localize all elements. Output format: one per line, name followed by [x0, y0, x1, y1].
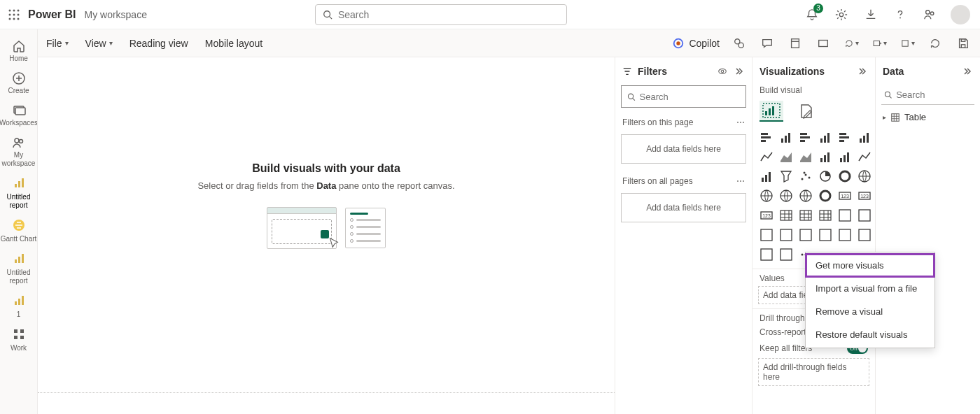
svg-point-81	[808, 177, 811, 179]
copilot-button[interactable]: Copilot	[672, 37, 720, 50]
viz-type-hundred-column[interactable]	[856, 129, 873, 145]
data-search[interactable]	[881, 85, 974, 105]
menu-get-more-visuals[interactable]: Get more visuals	[806, 254, 934, 277]
viz-type-donut[interactable]	[836, 168, 853, 185]
menu-view[interactable]: View▾	[85, 38, 113, 49]
data-table-item[interactable]: ▸ Table	[876, 109, 980, 125]
view-icon[interactable]	[815, 35, 832, 52]
viz-type-decomposition-tree[interactable]	[778, 227, 794, 243]
viz-type-multi-row-card[interactable]: 123	[856, 187, 873, 204]
viz-tab-format[interactable]	[794, 101, 818, 122]
settings-icon[interactable]	[833, 6, 850, 23]
viz-type-hundred-bar[interactable]	[836, 129, 853, 145]
global-search-input[interactable]	[338, 9, 559, 20]
filters-search[interactable]	[621, 85, 746, 108]
help-icon[interactable]	[892, 6, 909, 23]
viz-type-pie[interactable]	[817, 168, 834, 185]
menu-remove-visual[interactable]: Remove a visual	[806, 300, 934, 323]
bookmark-icon[interactable]	[787, 35, 804, 52]
more-icon[interactable]: ⋯	[736, 176, 745, 186]
menu-restore-visuals[interactable]: Restore default visuals	[806, 323, 934, 346]
expand-pane-icon[interactable]	[734, 66, 745, 77]
svg-line-113	[890, 97, 892, 99]
svg-point-112	[885, 92, 890, 97]
menu-mobile-layout[interactable]: Mobile layout	[205, 38, 263, 49]
viz-title: Visualizations	[760, 66, 825, 77]
export-dropdown[interactable]: ▾	[871, 35, 888, 52]
share-dropdown[interactable]: ▾	[899, 35, 916, 52]
drill-fields-well[interactable]: Add drill-through fields here	[758, 358, 869, 386]
viz-type-clustered-column[interactable]	[817, 129, 834, 145]
viz-type-line-clustered-column[interactable]	[836, 148, 853, 165]
viz-type-waterfall[interactable]	[758, 168, 775, 185]
reset-icon[interactable]	[927, 35, 944, 52]
account-manager-icon[interactable]	[921, 6, 938, 23]
viz-type-matrix[interactable]	[817, 207, 834, 224]
viz-type-map[interactable]	[758, 187, 775, 204]
viz-type-line[interactable]	[758, 148, 775, 165]
more-icon[interactable]: ⋯	[736, 117, 745, 127]
report-canvas[interactable]: Build visuals with your data Select or d…	[38, 57, 615, 414]
viz-type-stacked-bar[interactable]	[758, 129, 775, 145]
filters-page-well[interactable]: Add data fields here	[621, 134, 746, 164]
data-search-input[interactable]	[896, 90, 972, 100]
menu-import-visual[interactable]: Import a visual from a file	[806, 277, 934, 300]
viz-type-smart-narrative[interactable]	[817, 227, 834, 243]
rail-untitled-report-2[interactable]: Untitled report	[0, 248, 37, 290]
save-icon[interactable]	[955, 35, 972, 52]
viz-type-power-automate[interactable]	[758, 246, 775, 263]
viz-type-key-influencers[interactable]	[758, 227, 775, 243]
global-search[interactable]	[315, 4, 567, 25]
menu-file[interactable]: File▾	[46, 38, 69, 49]
viz-type-slicer[interactable]	[778, 207, 794, 224]
comment-icon[interactable]	[759, 35, 776, 52]
rail-create[interactable]: Create	[0, 67, 37, 99]
viz-type-stacked-area[interactable]	[797, 148, 814, 165]
viz-type-azure-map[interactable]	[797, 187, 814, 204]
viz-type-gauge[interactable]	[817, 187, 834, 204]
rail-gantt-chart[interactable]: Gantt Chart	[0, 214, 37, 248]
viz-type-qna[interactable]	[797, 227, 814, 243]
viz-type-stacked-column[interactable]	[778, 129, 794, 145]
notifications-icon[interactable]: 3	[804, 6, 820, 23]
rail-workspaces[interactable]: Workspaces	[0, 99, 37, 131]
explore-icon[interactable]	[731, 35, 748, 52]
rail-work[interactable]: Work	[0, 323, 37, 357]
svg-rect-105	[839, 229, 850, 241]
expand-pane-icon[interactable]	[857, 66, 868, 77]
viz-type-area[interactable]	[778, 148, 794, 165]
rail-untitled-report[interactable]: Untitled report	[0, 172, 37, 214]
filters-allpages-well[interactable]: Add data fields here	[621, 193, 746, 222]
viz-type-card[interactable]: 123	[836, 187, 853, 204]
menu-reading-view[interactable]: Reading view	[130, 38, 188, 49]
rail-home[interactable]: Home	[0, 35, 37, 67]
refresh-dropdown[interactable]: ▾	[843, 35, 860, 52]
viz-type-kpi[interactable]: 123	[758, 207, 775, 224]
workspace-name[interactable]: My workspace	[84, 9, 146, 20]
viz-type-line-stacked-column[interactable]	[817, 148, 834, 165]
viz-type-funnel[interactable]	[778, 168, 794, 185]
viz-type-py-visual[interactable]	[856, 207, 873, 224]
rail-one[interactable]: 1	[0, 290, 37, 323]
viz-type-filled-map[interactable]	[778, 187, 794, 204]
viz-type-arc-gis[interactable]	[778, 246, 794, 263]
viz-type-clustered-bar[interactable]	[797, 129, 814, 145]
expand-pane-icon[interactable]	[962, 66, 973, 77]
viz-type-scatter[interactable]	[797, 168, 814, 185]
avatar[interactable]	[951, 5, 970, 24]
app-launcher-icon[interactable]	[6, 6, 22, 23]
svg-rect-75	[847, 152, 849, 162]
svg-point-14	[930, 11, 934, 15]
viz-tab-build[interactable]	[760, 101, 783, 122]
viz-type-table[interactable]	[797, 207, 814, 224]
viz-type-treemap[interactable]	[856, 168, 873, 185]
viz-type-paginated[interactable]	[836, 227, 853, 243]
rail-my-workspace[interactable]: My workspace	[0, 131, 37, 172]
viz-type-ribbon[interactable]	[856, 148, 873, 165]
filters-search-input[interactable]	[640, 92, 740, 102]
viz-type-power-apps[interactable]	[856, 227, 873, 243]
visibility-icon[interactable]	[717, 66, 728, 77]
viz-type-r-visual[interactable]	[836, 207, 853, 224]
svg-rect-99	[839, 210, 850, 221]
download-icon[interactable]	[862, 6, 879, 23]
